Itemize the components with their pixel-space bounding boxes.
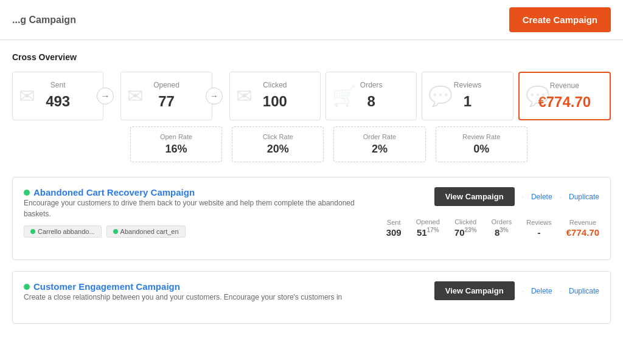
stat-card-opened: ✉ Opened 77 →	[120, 72, 212, 120]
cross-overview-section: Cross Overview ✉ Sent 493 → ✉ Opened 77 …	[12, 52, 611, 162]
main-content: Cross Overview ✉ Sent 493 → ✉ Opened 77 …	[0, 40, 623, 347]
cstat-clicked-value-0: 70	[454, 227, 465, 238]
cstat-clicked-pct-0: 23%	[465, 227, 477, 233]
view-campaign-button-1[interactable]: View Campaign	[434, 281, 515, 300]
rate-card-order-rate: Order Rate 2%	[333, 126, 425, 162]
click-rate-value: 20%	[241, 143, 315, 156]
reviews-icon: 💬	[428, 84, 453, 108]
delete-link-0[interactable]: Delete	[531, 193, 552, 201]
cstat-sent-0: Sent 309	[386, 219, 402, 238]
duplicate-link-1[interactable]: Duplicate	[569, 287, 599, 295]
clicked-icon: ✉	[236, 84, 252, 108]
order-rate-label: Order Rate	[343, 133, 416, 140]
stat-card-sent: ✉ Sent 493 →	[12, 72, 103, 120]
campaign-title-text-0: Abandoned Cart Recovery Campaign	[33, 187, 195, 197]
click-rate-label: Click Rate	[241, 133, 315, 140]
campaign-title-0: Abandoned Cart Recovery Campaign	[24, 187, 364, 197]
campaign-header-0: Abandoned Cart Recovery Campaign Encoura…	[24, 187, 599, 245]
campaign-actions-0: View Campaign · Delete · Duplicate	[434, 187, 599, 206]
rate-card-review-rate: Review Rate 0%	[436, 126, 527, 162]
campaign-right-0: View Campaign · Delete · Duplicate Sent …	[386, 187, 599, 238]
open-rate-value: 16%	[139, 143, 213, 156]
order-rate-value: 2%	[343, 143, 416, 156]
cstat-opened-0: Opened 5117%	[416, 218, 440, 238]
campaign-actions-1: View Campaign · Delete · Duplicate	[434, 281, 599, 300]
cstat-revenue-value-0: €774.70	[566, 227, 599, 238]
duplicate-link-0[interactable]: Duplicate	[569, 193, 599, 201]
campaign-title-text-1: Customer Engagement Campaign	[33, 281, 180, 292]
review-rate-value: 0%	[445, 143, 518, 156]
campaign-active-dot-0	[24, 190, 30, 196]
page-title: ...g Campaign	[12, 15, 76, 26]
cstat-clicked-0: Clicked 7023%	[454, 218, 477, 238]
review-rate-label: Review Rate	[445, 133, 518, 140]
opened-icon: ✉	[127, 84, 144, 108]
stats-row: ✉ Sent 493 → ✉ Opened 77 → ✉ Clicked 100	[12, 72, 611, 120]
campaign-stats-0: Sent 309 Opened 5117% Clicked	[386, 218, 599, 238]
cross-overview-title: Cross Overview	[12, 52, 611, 62]
delete-link-1[interactable]: Delete	[531, 287, 552, 295]
stat-card-reviews: 💬 Reviews 1	[422, 72, 513, 120]
campaign-tags-0: Carrello abbando... Abandoned cart_en	[24, 225, 364, 238]
campaign-card-1: Customer Engagement Campaign Create a cl…	[12, 271, 611, 324]
page-wrapper: ...g Campaign Create Campaign Cross Over…	[0, 0, 623, 364]
stat-card-orders: 🛒 Orders 8	[325, 72, 417, 120]
campaign-active-dot-1	[24, 284, 30, 290]
cstat-revenue-0: Revenue €774.70	[566, 219, 599, 238]
revenue-icon: 💬	[526, 84, 550, 108]
stat-card-revenue: 💬 Revenue €774.70	[518, 72, 611, 120]
cstat-opened-value-0: 51	[417, 227, 427, 238]
campaign-title-1: Customer Engagement Campaign	[24, 281, 342, 292]
sent-arrow-icon: →	[97, 88, 114, 105]
rate-card-open-rate: Open Rate 16%	[130, 126, 222, 162]
cstat-orders-0: Orders 83%	[492, 218, 512, 238]
sent-icon: ✉	[19, 84, 35, 108]
campaign-card-0: Abandoned Cart Recovery Campaign Encoura…	[12, 177, 611, 260]
campaign-desc-0: Encourage your customers to drive them b…	[24, 197, 364, 219]
view-campaign-button-0[interactable]: View Campaign	[434, 187, 515, 206]
top-bar: ...g Campaign Create Campaign	[0, 0, 623, 40]
campaign-header-1: Customer Engagement Campaign Create a cl…	[24, 281, 599, 309]
cstat-reviews-0: Reviews -	[526, 219, 552, 238]
tag-label-0-1: Abandoned cart_en	[120, 228, 179, 235]
tag-0-1: Abandoned cart_en	[106, 225, 186, 238]
tag-0-0: Carrello abbando...	[24, 225, 102, 238]
campaign-desc-1: Create a close relationship between you …	[24, 292, 342, 303]
opened-arrow-icon: →	[206, 88, 223, 105]
create-campaign-button[interactable]: Create Campaign	[509, 7, 611, 32]
open-rate-label: Open Rate	[139, 133, 213, 140]
campaign-right-1: View Campaign · Delete · Duplicate	[434, 281, 599, 300]
tag-dot-0-0	[30, 229, 35, 234]
cstat-opened-pct-0: 17%	[427, 227, 439, 233]
rate-card-click-rate: Click Rate 20%	[232, 126, 324, 162]
tag-dot-0-1	[113, 229, 118, 234]
cstat-orders-pct-0: 3%	[499, 227, 508, 233]
stat-card-clicked: ✉ Clicked 100	[229, 72, 321, 120]
tag-label-0-0: Carrello abbando...	[38, 228, 95, 235]
orders-icon: 🛒	[332, 84, 357, 108]
